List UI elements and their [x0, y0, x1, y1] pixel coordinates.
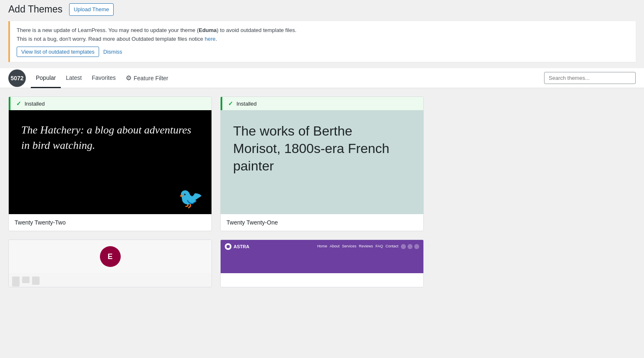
elementor-icon: E [107, 252, 112, 261]
elementor-bottom [9, 273, 211, 287]
astra-nav-home: Home [317, 244, 327, 249]
astra-nav-about: About [330, 244, 340, 249]
astra-logo-text: ASTRA [234, 244, 249, 249]
bar3 [32, 277, 40, 285]
dismiss-link[interactable]: Dismiss [103, 49, 122, 55]
theme-preview-elementor: E [9, 240, 211, 273]
tab-popular[interactable]: Popular [31, 69, 61, 88]
astra-nav-contact: Contact [385, 244, 398, 249]
search-themes-input[interactable] [544, 72, 636, 84]
bird-decoration: 🐦 [178, 187, 203, 210]
astra-nav-links: Home About Services Reviews FAQ Contact [317, 244, 419, 249]
astra-social [401, 244, 419, 249]
elementor-logo: E [100, 246, 121, 267]
view-outdated-button[interactable]: View list of outdated templates [17, 47, 99, 57]
notice-text-line2: This is not a bug, don't worry. Read mor… [17, 35, 629, 44]
feature-filter-label: Feature Filter [134, 75, 168, 81]
tab-latest[interactable]: Latest [61, 69, 87, 88]
astra-nav-reviews: Reviews [359, 244, 373, 249]
notice-theme-name: Eduma [199, 27, 216, 33]
notice-here-link[interactable]: here [205, 36, 216, 42]
notice-banner: There is a new update of LearnPress. You… [8, 21, 636, 62]
astra-nav-services: Services [342, 244, 356, 249]
notice-period: . [216, 36, 217, 42]
installed-label-2: Installed [236, 101, 256, 107]
page-title: Add Themes [8, 3, 62, 16]
theme-name-twenty-one: Twenty Twenty-One [221, 214, 423, 231]
themes-navigation: 5072 Popular Latest Favorites ⚙ Feature … [0, 68, 644, 88]
theme-name-twenty-two: Twenty Twenty-Two [9, 214, 211, 231]
checkmark-icon-1: ✓ [16, 100, 21, 107]
bar1 [12, 277, 20, 286]
feature-filter[interactable]: ⚙ Feature Filter [121, 68, 173, 88]
themes-grid: ✓ Installed The Hatchery: a blog about a… [0, 96, 644, 296]
notice-line2-start: This is not a bug, don't worry. Read mor… [17, 36, 205, 42]
theme-card-astra[interactable]: ASTRA Home About Services Reviews FAQ Co… [220, 239, 424, 287]
installed-label-1: Installed [25, 101, 45, 107]
installed-banner-1: ✓ Installed [9, 97, 211, 110]
theme-card-twenty-twenty-one[interactable]: ✓ Installed The works of Berthe Morisot,… [220, 96, 424, 231]
elementor-bars [12, 277, 40, 286]
astra-social-icon-3 [414, 244, 419, 249]
theme-card-twenty-twenty-two[interactable]: ✓ Installed The Hatchery: a blog about a… [8, 96, 212, 231]
astra-social-icon-2 [408, 244, 413, 249]
theme-preview-twenty-one: The works of Berthe Morisot, 1800s-era F… [221, 110, 423, 214]
astra-logo-area: ASTRA [225, 243, 249, 250]
notice-actions: View list of outdated templates Dismiss [17, 47, 629, 57]
theme-preview-twenty-two: The Hatchery: a blog about adventures in… [9, 110, 211, 214]
theme-preview-text-twenty-one: The works of Berthe Morisot, 1800s-era F… [233, 123, 393, 175]
bar2 [22, 277, 30, 283]
page-header: Add Themes Upload Theme [0, 0, 644, 19]
checkmark-icon-2: ✓ [228, 100, 233, 107]
astra-logo-inner [226, 245, 230, 248]
notice-line1-end: ) to avoid outdated template files. [217, 27, 297, 33]
gear-icon: ⚙ [126, 74, 132, 82]
notice-line1-start: There is a new update of LearnPress. You… [17, 27, 199, 33]
theme-preview-text-twenty-two: The Hatchery: a blog about adventures in… [21, 123, 199, 153]
astra-nav-faq: FAQ [375, 244, 383, 249]
astra-social-icon-1 [401, 244, 406, 249]
theme-card-elementor[interactable]: E [8, 239, 212, 287]
astra-nav: ASTRA Home About Services Reviews FAQ Co… [221, 240, 423, 253]
installed-banner-2: ✓ Installed [221, 97, 423, 110]
notice-text-line1: There is a new update of LearnPress. You… [17, 26, 629, 35]
tab-favorites[interactable]: Favorites [87, 69, 121, 88]
upload-theme-button[interactable]: Upload Theme [69, 3, 114, 16]
theme-count-badge: 5072 [8, 69, 26, 87]
theme-preview-astra: ASTRA Home About Services Reviews FAQ Co… [221, 240, 423, 273]
astra-logo-circle [225, 243, 231, 250]
